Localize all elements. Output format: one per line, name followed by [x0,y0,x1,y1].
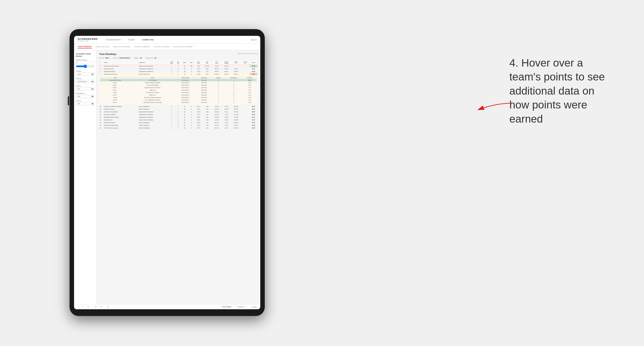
tab-player-summary[interactable]: PLAYER SUMMARY [134,45,150,48]
table-row[interactable]: 21 University of Alabama Southeastern Co… [99,113,258,116]
table-row[interactable]: 22 Mississippi State University Southeas… [99,116,258,119]
tab-team-h2h-grid[interactable]: TEAM H2H GRID [96,45,109,48]
table-row[interactable]: 18 University of California, Berkeley Pa… [99,105,258,108]
toolbar-clock[interactable]: 🕐 [106,306,110,308]
row-points[interactable]: 88.49 [250,111,258,113]
row-points[interactable]: 83.61 [250,116,258,119]
row-conf-rank: 8 [168,116,175,119]
content-area: Committee Portal Review Minimum Rounds G… [74,50,260,304]
view-toggle-button[interactable]: View: Original [221,306,232,308]
conference-filter-value: All [154,57,156,59]
row-adj-score: 278.8 [195,121,202,124]
row-no-tour: 7 [175,119,181,121]
gender-filter-label: Gender: [99,57,104,59]
row-low-score: 53-41-1 [212,121,222,124]
row-school: University of Oregon [104,121,138,124]
row-adj-score: 275.5 [195,73,202,76]
row-points[interactable]: 88.07 [250,105,258,108]
sidebar-school-select[interactable]: (All) [76,102,94,105]
table-row[interactable]: 3 Vanderbilt University Southeastern Con… [99,70,258,73]
table-row[interactable]: 4 Arizona State University Pac-12 Confer… [99,73,258,76]
tab-team-summary[interactable]: TEAM SUMMARY [78,45,92,48]
row-vs-top25 [231,65,241,67]
row-points[interactable]: 90.20 [250,70,258,73]
row-rank: 2 [99,67,104,70]
exp-rank-impact: +1 [224,89,243,91]
sidebar-gender: Gender Men's [76,71,94,76]
division-filter-value: NCAA Division I [120,57,130,59]
division-filter-label: Division: [113,57,119,59]
toolbar-copy[interactable]: 📋 [94,306,98,308]
row-rank: 19 [99,108,104,111]
row-conf-rank: 2 [168,70,175,73]
row-avg-sg: 2.50 [202,73,212,76]
exp-team: Florida I [100,91,130,94]
row-avg-sg: 67-10-0 [202,65,212,67]
exp-event: Amer Ari Intercollegiate [130,84,175,86]
row-points[interactable]: 88.43 [250,113,258,116]
row-points[interactable]: 97.02 [250,65,258,67]
table-row[interactable]: 1 University of North Carolina Atlantic … [99,65,258,67]
toolbar-refresh[interactable]: ⟳ [86,306,90,308]
nav-committee[interactable]: COMMITTEE [141,38,155,41]
sidebar-min-rounds-input[interactable] [76,61,94,64]
main-content: Team Standings Update time: 13/03/2024 1… [96,50,260,304]
row-vs-top50 [241,108,250,111]
sidebar-conference-select[interactable]: (All) [76,95,94,98]
expanded-row: Georgia Ben Hogan Collegiate Invitationa… [100,96,257,99]
row-points[interactable]: 88.94 [250,127,258,129]
col-rank: # [99,60,104,65]
row-low-score: 86-4-0 [212,67,222,70]
filters-row: Gender: Men's Division: NCAA Division I … [99,57,258,59]
table-row[interactable]: 26 The Ohio State University Big Ten Con… [99,127,258,129]
table-row[interactable]: 25 University of North Florida ASUN Conf… [99,124,258,127]
row-conf-rank: 2 [168,127,175,129]
expanded-row: Florida I The Cypress Point Classic NCAA… [100,91,257,94]
sidebar-region-label: Region [76,85,94,87]
toolbar-watch[interactable]: 👁 Watch ▼ [236,306,246,308]
table-row[interactable]: 20 University of New Mexico Mountain Wes… [99,111,258,113]
row-points[interactable]: 93.31 [250,67,258,70]
tab-player-h2h-grid[interactable]: PLAYER H2H GRID [154,45,170,48]
row-rnds: 18 [181,116,188,119]
row-points[interactable]: 79.5 [250,73,258,76]
exp-rank-impact: +0 [224,91,243,94]
toolbar-undo[interactable]: ↩ [77,306,80,308]
exp-col-rank-impact: Rank Impact [224,77,243,79]
sidebar-min-rounds-slider[interactable] [76,65,94,68]
sidebar-region-select[interactable]: N/A [76,87,94,91]
row-points[interactable]: 88.70 [250,108,258,111]
toolbar-redo[interactable]: ↪ [82,306,85,308]
sign-out-link[interactable]: Sign out [251,39,257,40]
tab-player-h2h-heatmap[interactable]: PLAYER H2H HEATMAP [173,45,192,48]
row-rank: 3 [99,70,104,73]
table-row[interactable]: 19 University of Texas Big 12 Conference… [99,108,258,111]
nav-tournaments[interactable]: TOURNAMENTS [104,38,122,41]
sidebar-portal-title: Committee Portal Review [76,53,94,57]
table-row[interactable]: 23 Duke University Atlantic Coast Confer… [99,119,258,121]
nav-teams[interactable]: TEAMS [127,38,136,41]
table-row[interactable]: 24 University of Oregon Pac-12 Conferenc… [99,121,258,124]
row-points[interactable]: 88.54 [250,121,258,124]
row-conference: Pac-12 Conference [138,105,168,108]
col-wins: Wins [188,60,195,65]
row-conference: Pac-12 Conference [138,121,168,124]
exp-team: Georgia [100,96,130,99]
sidebar-gender-select[interactable]: Men's [76,73,94,76]
row-overall-record: 29-4-0 [222,67,231,70]
toolbar-share[interactable]: ⤴ Share [250,306,258,308]
tab-team-h2h-heatmap[interactable]: TEAM H2H HEATMAP [113,45,130,48]
table-row[interactable]: 2 Auburn University Southeastern Confere… [99,67,258,70]
row-vs-top25: 25-19-0 [231,105,241,108]
row-points[interactable]: 83.09 [250,124,258,127]
toolbar-settings[interactable]: ⚙ [100,306,102,308]
sidebar-division-select[interactable]: NCAA Division I [76,80,94,83]
exp-w-points: 43.01 [243,99,257,101]
sidebar-min-rounds-label: Minimum Rounds [76,59,94,61]
tablet-screen: SCOREBOARD Powered by clippi TOURNAMENTS… [74,36,260,309]
row-vs-top50 [241,111,250,113]
col-conf-rank: ConfRank [168,60,175,65]
row-points[interactable]: 88.71 [250,119,258,121]
row-overall-record: 50-10-0 [222,65,231,67]
row-rank: 22 [99,116,104,119]
